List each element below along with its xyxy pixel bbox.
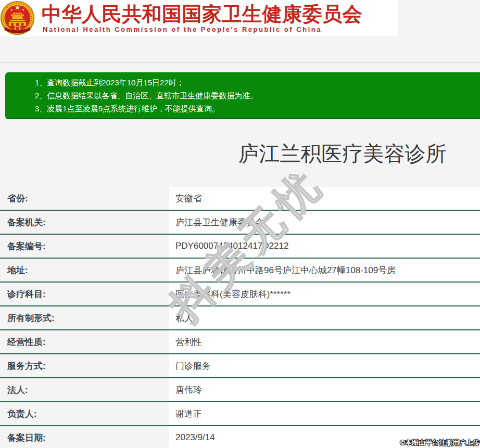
header-divider bbox=[0, 62, 480, 63]
row-label: 地址: bbox=[0, 259, 169, 281]
site-subtitle: National Health Commission of the People… bbox=[43, 25, 322, 33]
notice-line-2: 2、信息数据结果以各省、自治区、直辖市卫生健康委数据为准。 bbox=[35, 89, 480, 102]
table-row-service-mode: 服务方式: 门诊服务 bbox=[0, 354, 480, 378]
table-row-business-nature: 经营性质: 营利性 bbox=[0, 330, 480, 354]
table-row-province: 省份: 安徽省 bbox=[0, 187, 480, 211]
row-value: 唐伟玲 bbox=[169, 378, 480, 401]
row-value: PDY60007434012417D2212 bbox=[169, 235, 480, 258]
upload-attribution: ©本图由平台注册用户上传 bbox=[400, 438, 479, 447]
table-row-address: 地址: 庐江县庐城镇潜川中路96号庐江中心城27幢108-109号房 bbox=[0, 259, 480, 283]
row-label: 省份: bbox=[0, 187, 169, 210]
info-table: 省份: 安徽省 备案机关: 庐江县卫生健康委员会 备案编号: PDY600074… bbox=[0, 187, 480, 448]
row-value: 庐江县庐城镇潜川中路96号庐江中心城27幢108-109号房 bbox=[169, 259, 480, 281]
table-row-ownership-form: 所有制形式: 私人 bbox=[0, 306, 480, 330]
site-title: 中华人民共和国国家卫生健康委员会 bbox=[42, 1, 362, 28]
site-header: 中华人民共和国国家卫生健康委员会 National Health Commiss… bbox=[0, 0, 398, 36]
row-value: 安徽省 bbox=[169, 187, 480, 210]
notice-banner: 1、查询数据截止到2023年10月15日22时； 2、信息数据结果以各省、自治区… bbox=[5, 72, 480, 119]
table-row-filing-number: 备案编号: PDY60007434012417D2212 bbox=[0, 235, 480, 259]
row-value: 医疗美容科(美容皮肤科)****** bbox=[169, 283, 480, 305]
table-row-treatment-subjects: 诊疗科目: 医疗美容科(美容皮肤科)****** bbox=[0, 283, 480, 306]
row-label: 经营性质: bbox=[0, 330, 169, 353]
table-row-filing-authority: 备案机关: 庐江县卫生健康委员会 bbox=[0, 211, 480, 235]
table-row-person-in-charge: 负责人: 谢道正 bbox=[0, 402, 480, 426]
row-label: 服务方式: bbox=[0, 354, 169, 377]
row-label: 诊疗科目: bbox=[0, 283, 169, 305]
row-label: 备案机关: bbox=[0, 211, 169, 234]
row-value: 私人 bbox=[169, 306, 480, 329]
table-top-divider bbox=[0, 177, 480, 177]
national-emblem-icon bbox=[0, 1, 35, 35]
notice-line-1: 1、查询数据截止到2023年10月15日22时； bbox=[35, 76, 480, 89]
row-value: 门诊服务 bbox=[169, 354, 480, 377]
page-title: 庐江兰积医疗美容诊所 bbox=[0, 139, 480, 168]
row-label: 备案编号: bbox=[0, 235, 169, 258]
row-value: 谢道正 bbox=[169, 402, 480, 425]
row-label: 法人: bbox=[0, 378, 169, 401]
table-row-legal-person: 法人: 唐伟玲 bbox=[0, 378, 480, 402]
row-label: 所有制形式: bbox=[0, 306, 169, 329]
row-value: 庐江县卫生健康委员会 bbox=[169, 211, 480, 234]
row-label: 负责人: bbox=[0, 402, 169, 425]
notice-line-3: 3、凌晨1点至凌晨5点系统进行维护，不能提供查询。 bbox=[35, 102, 480, 115]
row-value: 营利性 bbox=[169, 330, 480, 353]
row-label: 备案日期: bbox=[0, 426, 169, 448]
